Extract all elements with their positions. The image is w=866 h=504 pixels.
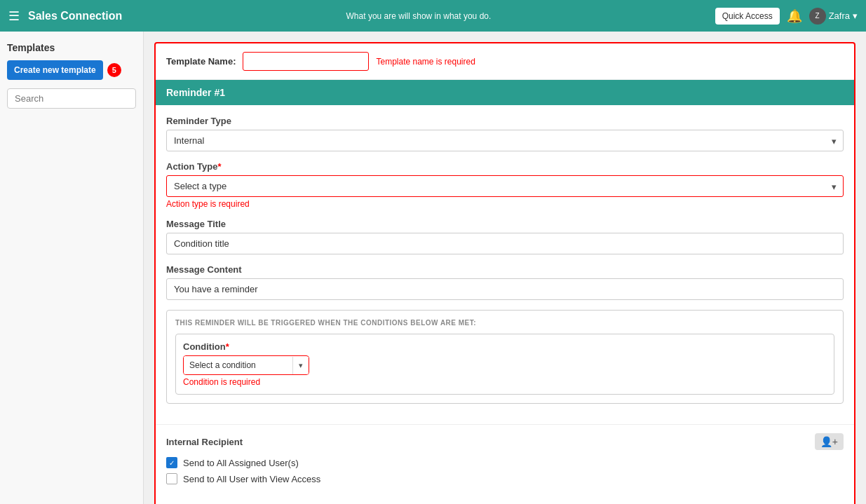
main-layout: Templates Create new template 5 Template… [0,32,866,504]
send-all-assigned-checkbox[interactable] [166,457,177,468]
action-type-group: Action Type* Select a type Action type i… [166,161,844,209]
send-all-assigned-label: Send to All Assigned User(s) [183,458,299,468]
content-area: Template Name: Template name is required… [144,32,866,504]
chevron-down-icon: ▾ [292,357,309,374]
message-content-input[interactable] [166,278,844,300]
message-title-input[interactable] [166,233,844,254]
reminder-body: Reminder Type Internal Action Type* Se [156,105,854,424]
action-type-label: Action Type* [166,161,844,172]
person-add-icon: 👤+ [820,436,838,447]
send-view-access-row: Send to All User with View Access [166,473,844,484]
template-name-input[interactable] [243,52,369,71]
sidebar: Templates Create new template 5 [0,32,144,504]
add-recipient-button[interactable]: 👤+ [815,433,844,450]
reminder-header: Reminder #1 [156,80,854,105]
brand-name: Sales Connection [28,10,122,22]
condition-label: Condition* [183,341,827,352]
quick-access-button[interactable]: Quick Access [715,8,780,25]
conditions-box: THIS REMINDER WILL BE TRIGGERED WHEN THE… [166,310,844,404]
send-view-access-checkbox[interactable] [166,473,177,484]
template-name-label: Template Name: [166,56,236,67]
template-name-row: Template Name: Template name is required [156,43,854,80]
form-card: Template Name: Template name is required… [154,42,855,504]
reminder-type-group: Reminder Type Internal [166,116,844,151]
reminder-type-select-wrapper: Internal [166,130,844,151]
search-input[interactable] [7,88,136,109]
action-type-error: Action type is required [166,199,844,209]
bell-icon[interactable]: 🔔 [787,9,802,23]
template-name-error: Template name is required [376,57,475,67]
top-navbar: ☰ Sales Connection What you are will sho… [0,0,866,32]
chevron-down-icon: ▾ [853,11,858,21]
message-title-group: Message Title [166,219,844,254]
top-nav-right: Quick Access 🔔 Z Zafra ▾ [715,8,858,25]
condition-dropdown-wrapper: Select a condition ▾ [183,355,309,375]
avatar: Z [809,8,826,25]
sidebar-title: Templates [7,42,136,53]
hamburger-icon[interactable]: ☰ [8,8,20,24]
recipient-title: Internal Recipient [166,437,243,447]
condition-inner: Condition* Select a condition ▾ Conditio… [175,334,834,395]
message-content-group: Message Content [166,264,844,300]
reminder-type-select[interactable]: Internal [166,130,844,151]
action-type-select-wrapper: Select a type [166,175,844,197]
action-type-select[interactable]: Select a type [166,175,844,197]
send-all-assigned-row: Send to All Assigned User(s) [166,457,844,468]
message-title-label: Message Title [166,219,844,229]
badge-count: 5 [107,63,121,77]
tagline: What you are will show in what you do. [130,11,706,21]
recipient-header: Internal Recipient 👤+ [166,433,844,450]
user-name: Zafra [829,11,850,21]
send-view-access-label: Send to All User with View Access [183,474,320,484]
internal-recipient-section: Internal Recipient 👤+ Send to All Assign… [156,424,854,498]
user-area[interactable]: Z Zafra ▾ [809,8,858,25]
condition-error: Condition is required [183,377,827,387]
create-template-button[interactable]: Create new template [7,60,103,80]
message-content-label: Message Content [166,264,844,275]
sidebar-actions: Create new template 5 [7,60,136,80]
condition-select[interactable]: Select a condition [184,356,292,374]
reminder-type-label: Reminder Type [166,116,844,126]
conditions-trigger-label: THIS REMINDER WILL BE TRIGGERED WHEN THE… [175,319,834,327]
bottom-buttons: Add Reminder Save [156,498,854,504]
bell-wrapper: 🔔 [787,8,802,24]
